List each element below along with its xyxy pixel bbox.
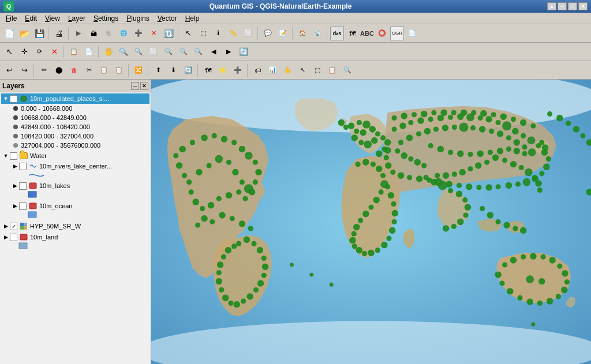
expand-icon-rivers[interactable]: ▶	[12, 163, 18, 170]
menu-file[interactable]: File	[2, 13, 20, 24]
expand-icon-water[interactable]: ▼	[2, 152, 9, 159]
atlas-button[interactable]: 🗺	[201, 63, 215, 77]
checkbox-water[interactable]	[10, 152, 17, 160]
snap-button[interactable]: 🔀	[132, 63, 145, 77]
query-button[interactable]: 🔍	[341, 63, 354, 77]
menu-help[interactable]: Help	[182, 13, 203, 24]
add-layer-button[interactable]: ➕	[132, 27, 145, 40]
hand-tool[interactable]: 🖐	[102, 45, 115, 59]
osm-button[interactable]: 🏠	[296, 27, 309, 40]
layer-item-water[interactable]: ▼ Water	[1, 151, 149, 161]
identify-button[interactable]: ℹ	[211, 27, 225, 40]
zoom-native-tool[interactable]: 🔍	[162, 45, 175, 59]
open-project-button[interactable]: 📂	[17, 27, 31, 40]
add-vector-button[interactable]: ▶	[72, 27, 85, 40]
zoom-full-tool[interactable]: 🔍	[192, 45, 205, 59]
ogr-button[interactable]: OGR	[390, 27, 404, 40]
rotate-tool[interactable]: ⟳	[32, 45, 46, 59]
open-table[interactable]: 📋	[326, 63, 339, 77]
menu-plugins[interactable]: Plugins	[123, 13, 152, 24]
layer-item-lakes[interactable]: ▶ 10m_lakes	[10, 181, 149, 191]
map-tips-button[interactable]: 💬	[261, 27, 275, 40]
annotation-button[interactable]: 📝	[276, 27, 290, 40]
layer-item-land[interactable]: ▶ 10m_land	[1, 232, 149, 242]
remove-layer-button[interactable]: ✕	[147, 27, 160, 40]
map-area[interactable]	[151, 80, 591, 364]
layer-item-rivers[interactable]: ▶ 10m_rivers_lake_center...	[10, 161, 149, 171]
deselect-all[interactable]: ⬚	[311, 63, 324, 77]
save-project-button[interactable]: 💾	[32, 27, 46, 40]
expand-icon-hyp[interactable]: ▶	[2, 223, 9, 230]
new-project-button[interactable]: 📄	[2, 27, 16, 40]
cancel-tool[interactable]: ✕	[47, 45, 61, 59]
diagram-button[interactable]: ⭕	[375, 27, 389, 40]
menu-edit[interactable]: Edit	[21, 13, 40, 24]
measure-button[interactable]: 📏	[226, 27, 240, 40]
copy-features[interactable]: 📋	[97, 63, 111, 77]
zoom-in-tool[interactable]: 🔍	[117, 45, 130, 59]
minimize-button[interactable]: ▲	[547, 2, 556, 10]
expand-icon-land[interactable]: ▶	[2, 234, 9, 241]
layer-item-populated-places[interactable]: ▼ ✓ 10m_populated_places_si...	[1, 93, 149, 104]
gps-button[interactable]: 📡	[311, 27, 324, 40]
digitize-button[interactable]: ✏	[37, 63, 51, 77]
add-postgis-button[interactable]: 🐘	[102, 27, 115, 40]
add-ring[interactable]: ⬆	[151, 63, 165, 77]
bookmark-button[interactable]: ⭐	[216, 63, 230, 77]
pan-fwd-tool[interactable]: ▶	[222, 45, 235, 59]
paste-tool[interactable]: 📄	[82, 45, 96, 59]
deselect-button[interactable]: ⬚	[196, 27, 210, 40]
restore-button[interactable]: ─	[558, 2, 567, 10]
zoom-out-tool[interactable]: 🔍-	[132, 45, 145, 59]
layers-minimize-button[interactable]: ─	[131, 82, 139, 90]
zoom-layer-tool[interactable]: 🔍	[177, 45, 190, 59]
refresh-map-tool[interactable]: 🔄	[237, 45, 250, 59]
undo-button[interactable]: ↩	[2, 63, 16, 77]
layer-item-ocean[interactable]: ▶ 10m_ocean	[10, 201, 149, 211]
pan-back-tool[interactable]: ◀	[207, 45, 220, 59]
checkbox-ocean[interactable]	[19, 202, 27, 210]
checkbox-lakes[interactable]	[19, 182, 27, 190]
checkbox-land[interactable]	[10, 234, 17, 241]
menu-vector[interactable]: Vector	[154, 13, 181, 24]
maximize-button[interactable]: □	[568, 2, 577, 10]
expand-icon-ocean[interactable]: ▶	[12, 202, 18, 209]
georef-button[interactable]: 🗺	[345, 27, 359, 40]
expand-icon-populated[interactable]: ▼	[2, 95, 9, 102]
label-button[interactable]: ABC	[360, 27, 374, 40]
stats-button[interactable]: 📊	[265, 63, 279, 77]
add-bookmark-button[interactable]: ➕	[231, 63, 245, 77]
checkbox-rivers[interactable]	[19, 163, 27, 170]
expand-icon-lakes[interactable]: ▶	[12, 182, 18, 189]
menu-view[interactable]: View	[42, 13, 63, 24]
print-button[interactable]: 🖨	[52, 27, 66, 40]
window-controls[interactable]: ▲ ─ □ ✕	[547, 2, 588, 10]
select-features[interactable]: ↖	[296, 63, 309, 77]
pan-tool[interactable]: ✛	[17, 45, 31, 59]
paste-features[interactable]: 📋	[112, 63, 126, 77]
add-wms-button[interactable]: 🌐	[117, 27, 130, 40]
cut-features[interactable]: ✂	[82, 63, 96, 77]
reshape[interactable]: 🔄	[181, 63, 195, 77]
delete-ring[interactable]: ⬇	[166, 63, 180, 77]
labeling-button[interactable]: 🏷	[250, 63, 264, 77]
copy-tool[interactable]: 📋	[67, 45, 81, 59]
node-tool[interactable]: ⬤	[52, 63, 66, 77]
layer-item-hyp[interactable]: ▶ ✓ HYP_50M_SR_W	[1, 221, 149, 231]
dxf-button[interactable]: 📄	[405, 27, 419, 40]
add-raster-button[interactable]: 🏔	[87, 27, 100, 40]
menu-layer[interactable]: Layer	[65, 13, 89, 24]
delete-selected[interactable]: 🗑	[67, 63, 81, 77]
close-button[interactable]: ✕	[578, 2, 588, 10]
distance-button[interactable]: d₂s	[330, 27, 344, 40]
select-button[interactable]: ↖	[181, 27, 195, 40]
redo-button[interactable]: ↪	[17, 63, 31, 77]
identify-features[interactable]: 👆	[280, 63, 294, 77]
layers-close-button[interactable]: ✕	[140, 82, 148, 90]
menu-settings[interactable]: Settings	[90, 13, 122, 24]
refresh-button[interactable]: 🔃	[162, 27, 175, 40]
arrow-tool[interactable]: ↖	[2, 45, 16, 59]
zoom-box-tool[interactable]: ⬜	[147, 45, 160, 59]
checkbox-hyp[interactable]: ✓	[10, 223, 17, 230]
checkbox-populated[interactable]: ✓	[10, 95, 17, 103]
